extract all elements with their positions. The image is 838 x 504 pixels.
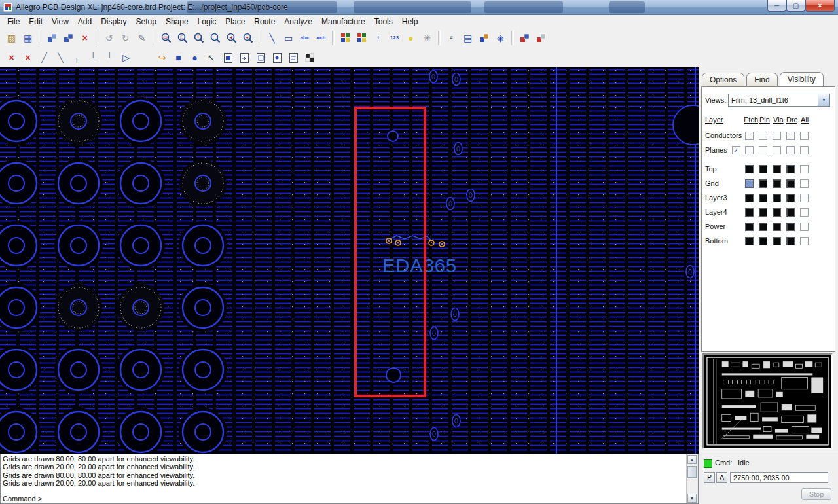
menu-place[interactable]: Place bbox=[221, 16, 249, 27]
slide-button[interactable]: ╱ bbox=[36, 50, 52, 65]
conductors-all-checkbox[interactable] bbox=[800, 132, 809, 140]
grid-toggle-button[interactable]: # bbox=[443, 30, 460, 46]
console-scrollbar[interactable]: ▲ ▼ bbox=[686, 454, 698, 503]
open-file-button[interactable]: ▨ bbox=[3, 30, 20, 46]
power-pin-swatch[interactable] bbox=[759, 223, 767, 231]
bottom-via-swatch[interactable] bbox=[773, 237, 781, 245]
film-expand-button[interactable] bbox=[236, 50, 252, 65]
scroll-down-icon[interactable]: ▼ bbox=[687, 494, 697, 503]
rats-net-button[interactable] bbox=[60, 30, 77, 46]
layer3-via-swatch[interactable] bbox=[773, 194, 781, 202]
add-rect-button[interactable]: ▭ bbox=[280, 30, 297, 46]
done-button[interactable]: ▷ bbox=[118, 50, 134, 65]
artwork-film-button[interactable] bbox=[219, 50, 236, 65]
bottom-etch-swatch[interactable] bbox=[745, 237, 754, 245]
layer4-via-swatch[interactable] bbox=[773, 208, 781, 217]
measure-button[interactable]: 123 bbox=[386, 30, 403, 46]
views-dropdown[interactable]: Film: 13_drill_f1t6 ▼ bbox=[728, 94, 830, 107]
create-fanout-button[interactable]: ╲ bbox=[52, 50, 69, 65]
plot-preview-button[interactable] bbox=[285, 50, 301, 65]
bottom-pin-swatch[interactable] bbox=[759, 237, 767, 245]
layer3-drc-swatch[interactable] bbox=[786, 194, 795, 202]
route-connect-button[interactable]: ↪ bbox=[154, 50, 170, 65]
chevron-down-icon[interactable]: ▼ bbox=[818, 94, 829, 106]
menu-edit[interactable]: Edit bbox=[24, 16, 47, 27]
layer4-drc-swatch[interactable] bbox=[786, 208, 795, 217]
scroll-up-icon[interactable]: ▲ bbox=[687, 455, 697, 464]
pcb-canvas[interactable]: EDA365 bbox=[0, 67, 699, 454]
tab-visibility[interactable]: Visibility bbox=[780, 72, 824, 86]
titlebar[interactable]: Allegro PCB Design XL: jnp460-core.brd P… bbox=[0, 0, 838, 15]
absolute-button[interactable]: A bbox=[716, 472, 727, 483]
layer4-pin-swatch[interactable] bbox=[759, 208, 767, 217]
menu-view[interactable]: View bbox=[47, 16, 73, 27]
add-text-button[interactable]: abc bbox=[297, 30, 313, 46]
planes-all-checkbox[interactable] bbox=[800, 146, 809, 154]
top-via-swatch[interactable] bbox=[773, 165, 781, 173]
conductors-etch-checkbox[interactable] bbox=[745, 132, 754, 140]
menu-analyze[interactable]: Analyze bbox=[280, 16, 317, 27]
delete-button[interactable]: × bbox=[3, 50, 20, 65]
stop-button[interactable]: Stop bbox=[801, 488, 831, 500]
maximize-button[interactable]: ▢ bbox=[786, 0, 805, 12]
gnd-all-checkbox[interactable] bbox=[800, 179, 809, 188]
add-line-button[interactable]: ╲ bbox=[264, 30, 280, 46]
layer3-etch-swatch[interactable] bbox=[745, 194, 754, 202]
command-prompt[interactable]: Command > bbox=[3, 495, 42, 503]
planes-drc-checkbox[interactable] bbox=[786, 146, 795, 154]
power-etch-swatch[interactable] bbox=[745, 223, 754, 231]
rats-all-button[interactable] bbox=[44, 30, 60, 46]
save-file-button[interactable]: ▦ bbox=[20, 30, 36, 46]
property-edit-button[interactable]: ✎ bbox=[134, 30, 150, 46]
conductors-drc-checkbox[interactable] bbox=[786, 132, 795, 140]
minimize-button[interactable]: ─ bbox=[767, 0, 786, 12]
planes-group-checkbox[interactable] bbox=[732, 146, 740, 154]
pick-button[interactable]: P bbox=[704, 472, 715, 483]
zoom-previous-button[interactable]: ◂ bbox=[223, 30, 240, 46]
tab-options[interactable]: Options bbox=[702, 73, 744, 86]
planes-pin-checkbox[interactable] bbox=[759, 146, 767, 154]
element-info-button[interactable]: i bbox=[370, 30, 386, 46]
menu-logic[interactable]: Logic bbox=[193, 16, 221, 27]
shadow-mode-button[interactable] bbox=[517, 30, 533, 46]
close-button[interactable]: × bbox=[805, 0, 835, 12]
menu-setup[interactable]: Setup bbox=[132, 16, 161, 27]
bottom-drc-swatch[interactable] bbox=[786, 237, 795, 245]
planes-etch-checkbox[interactable] bbox=[745, 146, 754, 154]
top-drc-swatch[interactable] bbox=[786, 165, 795, 173]
power-all-checkbox[interactable] bbox=[800, 223, 809, 231]
bottom-all-checkbox[interactable] bbox=[800, 237, 809, 245]
planes-via-checkbox[interactable] bbox=[773, 146, 781, 154]
menu-file[interactable]: File bbox=[3, 16, 24, 27]
menu-tools[interactable]: Tools bbox=[370, 16, 397, 27]
zoom-in-button[interactable]: + bbox=[191, 30, 207, 46]
film-pad-button[interactable] bbox=[268, 50, 285, 65]
top-all-checkbox[interactable] bbox=[800, 165, 809, 173]
power-drc-swatch[interactable] bbox=[786, 223, 795, 231]
zoom-points-button[interactable]: ▭ bbox=[158, 30, 174, 46]
command-console[interactable]: Grids are drawn 80.00, 80.00 apart for e… bbox=[0, 454, 699, 504]
dehighlight-button[interactable]: ✳ bbox=[419, 30, 435, 46]
menu-route[interactable]: Route bbox=[249, 16, 280, 27]
layer4-all-checkbox[interactable] bbox=[800, 208, 809, 217]
color-dialog-button[interactable] bbox=[337, 30, 354, 46]
elbow-horizontal-button[interactable]: ┐ bbox=[69, 50, 85, 65]
redo-button[interactable]: ↻ bbox=[117, 30, 134, 46]
unrats-all-button[interactable]: × bbox=[77, 30, 93, 46]
zoom-world-button[interactable]: ● bbox=[240, 30, 256, 46]
menu-help[interactable]: Help bbox=[397, 16, 423, 27]
menu-display[interactable]: Display bbox=[96, 16, 131, 27]
drill-legend-button[interactable] bbox=[301, 50, 318, 65]
waive-drc-button[interactable] bbox=[533, 30, 549, 46]
conductors-via-checkbox[interactable] bbox=[773, 132, 781, 140]
select-cursor-button[interactable]: ↖ bbox=[203, 50, 219, 65]
gnd-pin-swatch[interactable] bbox=[759, 179, 767, 188]
layer3-pin-swatch[interactable] bbox=[759, 194, 767, 202]
elbow-vertical-button[interactable]: └ bbox=[85, 50, 101, 65]
top-etch-swatch[interactable] bbox=[745, 165, 754, 173]
tab-find[interactable]: Find bbox=[746, 73, 777, 86]
gnd-drc-swatch[interactable] bbox=[786, 179, 795, 188]
menu-add[interactable]: Add bbox=[73, 16, 96, 27]
top-pin-swatch[interactable] bbox=[759, 165, 767, 173]
swap-layers-button[interactable] bbox=[476, 30, 492, 46]
